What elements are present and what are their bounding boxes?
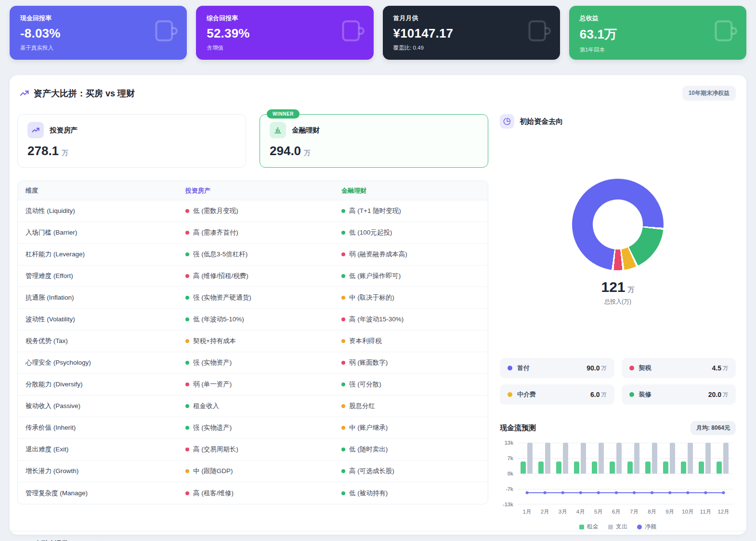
cashflow-title: 现金流预测 bbox=[500, 423, 536, 433]
status-dot bbox=[185, 426, 189, 430]
stat-card-total-return: 综合回报率 52.39% 含增值 bbox=[196, 6, 373, 60]
bar-chart-icon bbox=[274, 126, 282, 134]
table-row: 入场门槛 (Barrier) 高 (需凑齐首付) 低 (100元起投) bbox=[18, 222, 488, 244]
dimension-label: 杠杆能力 (Leverage) bbox=[18, 250, 178, 259]
house-cell: 高 (租客/维修) bbox=[193, 489, 234, 498]
status-dot bbox=[185, 448, 189, 451]
legend-value: 6.0 bbox=[590, 391, 600, 398]
status-dot bbox=[341, 252, 345, 256]
plot-area bbox=[518, 443, 732, 504]
dimension-label: 管理复杂度 (Manage) bbox=[18, 489, 178, 498]
house-cell: 中 (跟随GDP) bbox=[193, 467, 233, 475]
stat-card-monthly-payment: 首月月供 ¥10147.17 覆盖比: 0.49 bbox=[383, 6, 560, 60]
house-cell: 低 (需数月变现) bbox=[193, 207, 238, 215]
house-cell: 高 (需凑齐首付) bbox=[193, 228, 238, 237]
comparison-panel: 资产大比拼：买房 vs 理财 10年期末净权益 投资房产 278.1万 bbox=[10, 75, 746, 535]
legend-unit: 万 bbox=[723, 391, 728, 398]
legend-swatch bbox=[637, 525, 642, 529]
legend-value: 90.0 bbox=[587, 364, 600, 372]
status-dot bbox=[185, 317, 189, 321]
dimension-label: 传承价值 (Inherit) bbox=[18, 423, 178, 432]
house-cell: 高 (交易周期长) bbox=[193, 445, 238, 454]
dimension-label: 退出难度 (Exit) bbox=[18, 445, 178, 454]
legend-item-renovation: 装修 20.0万 bbox=[622, 384, 736, 405]
status-dot bbox=[185, 209, 189, 213]
page-title: 资产大比拼：买房 vs 理财 bbox=[34, 88, 135, 99]
dimension-label: 税务优势 (Tax) bbox=[18, 337, 178, 345]
finance-cell: 高 (年波动15-30%) bbox=[349, 315, 404, 324]
stat-sublabel: 第1年回本 bbox=[580, 46, 736, 53]
dimension-label: 入场门槛 (Barrier) bbox=[18, 228, 178, 237]
house-cell: 契税+持有成本 bbox=[193, 337, 236, 345]
table-row: 杠杆能力 (Leverage) 强 (低息3-5倍杠杆) 弱 (融资融券成本高) bbox=[18, 244, 488, 265]
finance-cell: 弱 (账面数字) bbox=[349, 358, 388, 367]
legend-swatch bbox=[579, 525, 584, 529]
finance-cell: 中 (取决于标的) bbox=[349, 293, 394, 302]
legend-toggle-rent[interactable]: 租金 bbox=[579, 523, 599, 531]
table-row: 心理安全 (Psychology) 强 (实物资产) 弱 (账面数字) bbox=[18, 352, 488, 374]
status-dot bbox=[341, 426, 345, 430]
finance-cell: 高 (T+1 随时变现) bbox=[349, 207, 401, 215]
table-row: 退出难度 (Exit) 高 (交易周期长) 低 (随时卖出) bbox=[18, 439, 488, 461]
status-dot bbox=[341, 361, 345, 365]
house-card-label: 投资房产 bbox=[50, 126, 78, 135]
wallet-icon bbox=[711, 17, 738, 44]
table-row: 抗通胀 (Inflation) 强 (实物资产硬通货) 中 (取决于标的) bbox=[18, 287, 488, 309]
legend-label: 租金 bbox=[587, 523, 599, 531]
finance-unit: 万 bbox=[304, 149, 311, 157]
status-dot bbox=[341, 448, 345, 451]
finance-cell: 股息分红 bbox=[349, 402, 375, 410]
cashflow-legend: 租金 支出 净额 bbox=[500, 523, 736, 531]
dimension-label: 增长潜力 (Growth) bbox=[18, 467, 178, 475]
finance-cell: 中 (账户继承) bbox=[349, 423, 388, 432]
wallet-icon bbox=[524, 17, 551, 44]
table-row: 被动收入 (Passive) 租金收入 股息分红 bbox=[18, 396, 488, 417]
legend-toggle-expense[interactable]: 支出 bbox=[608, 523, 627, 531]
legend-dot bbox=[508, 366, 512, 370]
cashflow-chart: 13k7k0k-7k-13k bbox=[500, 443, 736, 504]
trending-up-icon bbox=[31, 126, 40, 134]
stat-card-row: 现金回报率 -8.03% 基于真实投入 综合回报率 52.39% 含增值 首月月… bbox=[10, 6, 746, 60]
table-row: 税务优势 (Tax) 契税+持有成本 资本利得税 bbox=[18, 330, 488, 352]
status-dot bbox=[341, 404, 345, 408]
table-row: 分散能力 (Diversify) 弱 (单一资产) 强 (可分散) bbox=[18, 374, 488, 396]
house-cell: 强 (实物资产硬通货) bbox=[193, 293, 251, 302]
total-invested-label: 总投入(万) bbox=[601, 298, 634, 306]
wallet-icon bbox=[151, 17, 178, 44]
table-row: 增长潜力 (Growth) 中 (跟随GDP) 高 (可选成长股) bbox=[18, 461, 488, 482]
horizon-badge: 10年期末净权益 bbox=[682, 86, 736, 101]
allocation-header: 初始资金去向 bbox=[500, 114, 736, 129]
legend-swatch bbox=[608, 525, 613, 529]
dimension-label: 流动性 (Liquidity) bbox=[18, 207, 178, 215]
allocation-legend: 首付 90.0万 契税 4.5万 中介费 6.0万 装修 20.0万 bbox=[500, 358, 736, 405]
house-cell: 强 (实物资产) bbox=[193, 358, 232, 367]
house-cell: 高 (维修/招租/税费) bbox=[193, 272, 248, 280]
col-header-dimension: 维度 bbox=[18, 186, 178, 195]
finance-cell: 强 (可分散) bbox=[349, 380, 381, 389]
status-dot bbox=[185, 296, 189, 300]
house-cell: 弱 (单一资产) bbox=[193, 380, 232, 389]
house-cell: 强 (低息3-5倍杠杆) bbox=[193, 250, 248, 259]
dimension-label: 管理难度 (Effort) bbox=[18, 272, 178, 280]
dimension-label: 抗通胀 (Inflation) bbox=[18, 293, 178, 302]
legend-item-downpayment: 首付 90.0万 bbox=[500, 358, 614, 378]
comparison-table: 维度 投资房产 金融理财 流动性 (Liquidity) 低 (需数月变现) 高… bbox=[17, 181, 488, 504]
col-header-house: 投资房产 bbox=[178, 186, 334, 195]
legend-dot bbox=[629, 392, 634, 397]
status-dot bbox=[185, 469, 189, 473]
finance-result-card: WINNER 金融理财 294.0万 bbox=[260, 114, 488, 168]
legend-label: 首付 bbox=[517, 364, 530, 372]
legend-unit: 万 bbox=[601, 391, 607, 398]
finance-cell: 资本利得税 bbox=[349, 337, 382, 345]
finance-cell: 高 (可选成长股) bbox=[349, 467, 394, 475]
dimension-label: 心理安全 (Psychology) bbox=[18, 358, 178, 367]
house-result-card: 投资房产 278.1万 bbox=[17, 114, 246, 168]
legend-toggle-net[interactable]: 净额 bbox=[637, 523, 656, 531]
pie-icon-box bbox=[500, 114, 514, 129]
trending-up-icon bbox=[19, 88, 29, 98]
table-row: 管理复杂度 (Manage) 高 (租客/维修) 低 (被动持有) bbox=[18, 482, 488, 504]
cashflow-section: 现金流预测 月均: 8064元 13k7k0k-7k-13k 1月2月3月4月5… bbox=[500, 421, 736, 531]
y-axis: 13k7k0k-7k-13k bbox=[500, 443, 518, 504]
dimension-label: 被动收入 (Passive) bbox=[18, 402, 178, 410]
status-dot bbox=[341, 274, 345, 278]
